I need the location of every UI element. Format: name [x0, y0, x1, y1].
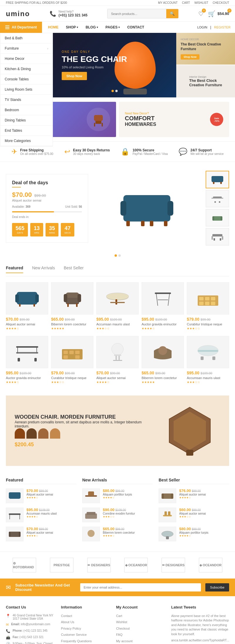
- bottom-best-2[interactable]: $80.00$99.00 Aliquam portlitor turpis ★★…: [159, 527, 229, 541]
- sidebar-item-tv-stands[interactable]: TV Stands: [0, 95, 53, 105]
- deal-thumb-1[interactable]: [206, 171, 229, 188]
- svg-rect-87: [19, 532, 21, 537]
- tab-featured[interactable]: Featured: [6, 266, 23, 273]
- bottom-featured-1[interactable]: $95.00$109.00 Accumsan mauris ulast ★★★★…: [6, 508, 76, 522]
- product-8[interactable]: $70.00$99.00 Aliquet auctor semai ★★★★☆: [96, 336, 139, 384]
- svg-rect-52: [199, 302, 204, 305]
- search-form[interactable]: 🔍: [107, 9, 179, 18]
- wishlist-link[interactable]: WISHLIST: [194, 1, 208, 4]
- register-link[interactable]: REGISTER: [214, 26, 231, 29]
- svg-rect-100: [166, 536, 169, 539]
- feature-secure: 🔒 100% Secure PayPal / MasterCard / Visa: [121, 148, 168, 156]
- svg-rect-89: [88, 491, 94, 496]
- sidebar-item-end-tables[interactable]: End Tables: [0, 126, 53, 136]
- svg-rect-95: [171, 493, 173, 499]
- dot-2[interactable]: [115, 90, 118, 92]
- svg-rect-26: [214, 238, 215, 241]
- newsletter-text: Subscribe Newsletter And Get Discount: [15, 583, 76, 592]
- product-10[interactable]: $95.00$109.00 Accumsan mauris ulast ★★★☆…: [187, 336, 229, 384]
- side-shop-btn[interactable]: Shop Now: [181, 54, 199, 60]
- sidebar-item-more[interactable]: More Categories: [0, 136, 53, 146]
- side-title: The Best Clock Creative Furniture: [181, 42, 231, 51]
- bottom-p-img-2: [6, 527, 24, 541]
- footer-account-faq[interactable]: FAQ: [116, 633, 165, 637]
- department-menu[interactable]: All Department: [0, 22, 42, 33]
- sidebar-item-bed-bath[interactable]: Bed & Bath: [0, 33, 53, 43]
- search-button[interactable]: 🔍: [166, 9, 178, 18]
- deal-dot-1[interactable]: [115, 254, 117, 257]
- bottom-featured-2[interactable]: $70.00$99.00 Aliquet auctor semai ★★★★☆: [6, 527, 76, 541]
- deal-thumb-2[interactable]: [206, 190, 229, 207]
- product-2[interactable]: $65.00$99.00 Bibernm lorem coectetur ★★★…: [51, 282, 93, 330]
- svg-rect-43: [110, 302, 125, 303]
- tweet-link[interactable]: anca.tumblr.ac/twitter.com/TyphoidaRT...: [171, 638, 229, 643]
- product-3[interactable]: $95.00$109.00 Accumsan mauris ulast ★★★☆…: [96, 282, 139, 330]
- bottom-best-1[interactable]: $60.00$99.00 Aliquet auctor semai ★★★☆☆: [159, 508, 229, 522]
- svg-rect-66: [75, 355, 80, 359]
- deal-nav-dots: [0, 254, 235, 257]
- footer-info-about[interactable]: About Us: [61, 620, 110, 624]
- deal-dot-2[interactable]: [118, 254, 121, 257]
- cart-total: $54.90: [217, 11, 229, 16]
- newsletter-subscribe-btn[interactable]: Subscribe: [205, 583, 229, 591]
- logo[interactable]: umino: [6, 10, 30, 18]
- newsletter-email-input[interactable]: [80, 583, 201, 591]
- bottom-new-0[interactable]: $80.00$99.00 Aliquam portlitor turpis ★★…: [82, 489, 153, 503]
- header-icons: ♡ 0 🛒 0 $54.90: [198, 10, 229, 17]
- product-5[interactable]: $79.00$99.00 Curabitur tristique neque ★…: [187, 282, 229, 330]
- wishlist-icon-btn[interactable]: ♡ 0: [198, 10, 204, 17]
- nav-pages[interactable]: PAGES ▾: [103, 22, 123, 33]
- product-7[interactable]: $79.00$99.00 Curabitur tristique neque ★…: [51, 336, 93, 384]
- login-link[interactable]: LOGIN: [197, 26, 207, 29]
- tab-best-seller[interactable]: Best Seller: [64, 266, 84, 273]
- footer-info-faq[interactable]: Frequently Questions: [61, 639, 110, 643]
- sidebar-item-furniture[interactable]: Furniture ›: [0, 43, 53, 54]
- nav-contact[interactable]: CONTACT: [124, 22, 147, 33]
- cart-icon-btn[interactable]: 🛒 0 $54.90: [208, 10, 229, 17]
- my-account-link[interactable]: MY ACCOUNT: [158, 1, 178, 4]
- svg-rect-68: [114, 354, 121, 356]
- checkout-link[interactable]: CHECKOUT: [213, 1, 229, 4]
- footer-info-contact[interactable]: Contact: [61, 614, 110, 618]
- nav-home[interactable]: HOME: [45, 22, 61, 33]
- side-banners: Home Decor The Best Clock Creative Furni…: [176, 33, 235, 97]
- product-6[interactable]: $95.00$109.00 Auctor gravida eninuctor ★…: [6, 336, 48, 384]
- tab-new-arrivals[interactable]: New Arrivals: [32, 266, 55, 273]
- svg-rect-51: [211, 297, 215, 300]
- sidebar-item-console-tables[interactable]: Console Tables: [0, 74, 53, 84]
- nav-shop[interactable]: SHOP ▾: [63, 22, 81, 33]
- nav-blog[interactable]: BLOG ▾: [83, 22, 101, 33]
- footer-account-wishlist[interactable]: Wishlist: [116, 620, 165, 624]
- svg-rect-3: [102, 123, 103, 126]
- footer-account-myaccount[interactable]: My account: [116, 639, 165, 643]
- sidebar-item-living-room[interactable]: Living Room Sets: [0, 84, 53, 95]
- cart-icon: 🛒: [208, 10, 215, 17]
- product-1[interactable]: $70.00$99.00 Aliquet auctor semai ★★★★☆: [6, 282, 48, 330]
- deal-price-old: $99.00: [34, 193, 46, 198]
- deal-progress-bar: [12, 211, 82, 212]
- footer-account-checkout[interactable]: Checkout: [116, 626, 165, 631]
- search-input[interactable]: [108, 10, 166, 18]
- sidebar-item-kitchen-dining[interactable]: Kitchen & Dining: [0, 64, 53, 74]
- footer-contact: Contact Us 📍 46 Grand Central New York N…: [6, 605, 55, 644]
- top-nav: MY ACCOUNT CART WISHLIST CHECKOUT: [158, 1, 229, 4]
- svg-rect-13: [212, 176, 223, 179]
- bottom-new-1[interactable]: $90.00$109.00 Conrdine evodim furnitur ★…: [82, 508, 153, 522]
- footer-info-customer[interactable]: Customer Service: [61, 633, 110, 637]
- deal-thumb-4[interactable]: [206, 228, 229, 246]
- product-4[interactable]: $95.00$109.00 Auctor gravida eninuctor ★…: [142, 282, 184, 330]
- bottom-best-0[interactable]: $76.00$99.00 Aliquet auctor semai ★★★★☆: [159, 489, 229, 503]
- sidebar-item-bedroom[interactable]: Bedroom: [0, 105, 53, 115]
- cart-link[interactable]: CART: [182, 1, 190, 4]
- sidebar-item-dining-tables[interactable]: Dining Tables: [0, 115, 53, 126]
- footer-account-cart[interactable]: Cart: [116, 614, 165, 618]
- product-9[interactable]: $65.00$99.00 Bibernm lorem coectetur ★★★…: [142, 336, 184, 384]
- footer: Contact Us 📍 46 Grand Central New York N…: [0, 596, 235, 644]
- sidebar-item-home-decor[interactable]: Home Decor: [0, 54, 53, 64]
- deal-thumb-3[interactable]: [206, 209, 229, 227]
- hero-shop-btn[interactable]: Shop Now: [62, 72, 87, 80]
- footer-info-privacy[interactable]: Privacy Policy: [61, 626, 110, 631]
- bottom-featured-0[interactable]: $70.00$99.00 Aliquet auctor semai ★★★★☆: [6, 489, 76, 503]
- bottom-new-2[interactable]: $65.00$99.00 Bibernm lorem coectetur ★★★…: [82, 527, 153, 541]
- dot-1[interactable]: [112, 90, 114, 92]
